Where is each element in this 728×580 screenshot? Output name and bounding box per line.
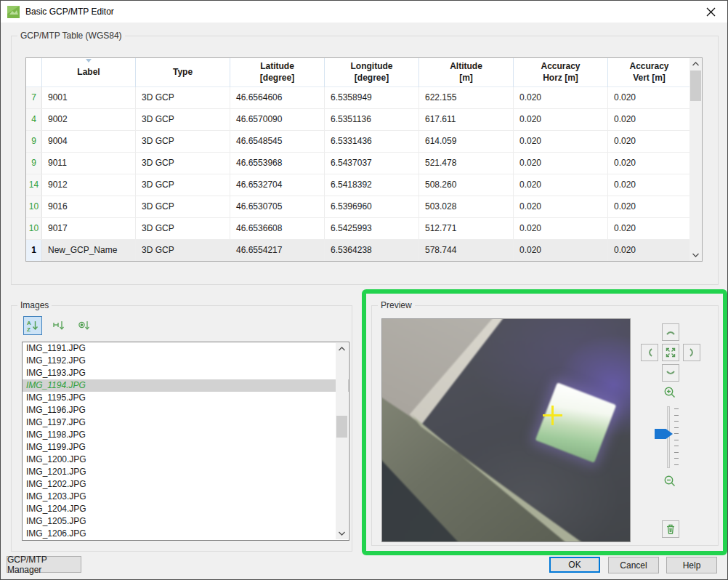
image-item-img-1205-jpg[interactable]: IMG_1205.JPG — [23, 515, 349, 528]
image-item-img-1204-jpg[interactable]: IMG_1204.JPG — [23, 503, 349, 515]
zoom-in-icon[interactable] — [663, 385, 677, 400]
image-item-img-1196-jpg[interactable]: IMG_1196.JPG — [23, 404, 349, 416]
gcp-row-9012[interactable]: 1490123D GCP46.65327046.5418392508.2600.… — [26, 174, 702, 196]
row-number[interactable]: 9 — [26, 131, 42, 152]
gcp-row-9011[interactable]: 990113D GCP46.65539686.5437037521.4780.0… — [26, 153, 702, 174]
cell-label[interactable]: 9012 — [42, 174, 136, 196]
cell-latitude[interactable]: 46.6548545 — [230, 131, 325, 152]
remove-mark-button[interactable] — [662, 520, 679, 538]
cell-longitude[interactable]: 6.5437037 — [325, 153, 419, 174]
cell-accuracy-horz[interactable]: 0.020 — [514, 196, 608, 217]
column-header-accuracy[interactable]: Accuracy Vert [m] — [608, 58, 691, 87]
image-item-img-1201-jpg[interactable]: IMG_1201.JPG — [23, 466, 349, 478]
image-item-img-1194-jpg[interactable]: IMG_1194.JPG — [23, 379, 349, 392]
cell-longitude[interactable]: 6.5418392 — [325, 174, 419, 196]
gcp-row-new-gcp-name[interactable]: 1New_GCP_Name3D GCP46.65542176.536423857… — [26, 240, 702, 262]
sort-by-marked-button[interactable] — [75, 316, 94, 335]
pan-down-button[interactable] — [662, 364, 679, 382]
cell-altitude[interactable]: 508.260 — [419, 174, 514, 196]
cell-accuracy-vert[interactable]: 0.020 — [608, 196, 691, 217]
cell-type[interactable]: 3D GCP — [136, 109, 230, 130]
column-header-type[interactable]: Type — [136, 58, 230, 87]
column-header-label[interactable]: Label — [42, 58, 136, 87]
cell-type[interactable]: 3D GCP — [136, 131, 230, 152]
row-number[interactable]: 14 — [26, 174, 42, 196]
column-header-accuracy[interactable]: Accuracy Horz [m] — [514, 58, 608, 87]
cell-latitude[interactable]: 46.6536608 — [230, 218, 325, 239]
zoom-slider-handle[interactable] — [655, 429, 673, 439]
cell-label[interactable]: 9016 — [42, 196, 136, 217]
cell-label[interactable]: 9011 — [42, 153, 136, 174]
column-header-latitude[interactable]: Latitude [degree] — [230, 58, 325, 87]
cell-latitude[interactable]: 46.6570090 — [230, 109, 325, 130]
cell-longitude[interactable]: 6.5358949 — [325, 87, 419, 108]
cell-latitude[interactable]: 46.6530705 — [230, 196, 325, 217]
table-scrollbar-thumb[interactable] — [690, 71, 701, 101]
row-number[interactable]: 1 — [26, 240, 42, 261]
cell-accuracy-horz[interactable]: 0.020 — [514, 218, 608, 239]
cell-latitude[interactable]: 46.6564606 — [230, 87, 325, 108]
cell-label[interactable]: 9004 — [42, 131, 136, 152]
cell-accuracy-horz[interactable]: 0.020 — [514, 109, 608, 130]
row-number[interactable]: 7 — [26, 87, 42, 108]
center-view-button[interactable] — [662, 344, 679, 361]
cell-label[interactable]: 9002 — [42, 109, 136, 130]
image-item-img-1203-jpg[interactable]: IMG_1203.JPG — [23, 491, 349, 503]
row-number[interactable]: 9 — [26, 153, 42, 174]
image-item-img-1193-jpg[interactable]: IMG_1193.JPG — [23, 367, 349, 379]
cell-accuracy-horz[interactable]: 0.020 — [514, 174, 608, 196]
cancel-button[interactable]: Cancel — [608, 557, 659, 573]
cell-accuracy-vert[interactable]: 0.020 — [608, 153, 691, 174]
sort-by-distance-button[interactable] — [49, 316, 68, 335]
cell-longitude[interactable]: 6.5425993 — [325, 218, 419, 239]
image-item-img-1199-jpg[interactable]: IMG_1199.JPG — [23, 441, 349, 454]
image-item-img-1202-jpg[interactable]: IMG_1202.JPG — [23, 478, 349, 491]
image-item-img-1191-jpg[interactable]: IMG_1191.JPG — [23, 342, 349, 355]
cell-accuracy-vert[interactable]: 0.020 — [608, 87, 691, 108]
cell-type[interactable]: 3D GCP — [136, 174, 230, 196]
column-header-altitude[interactable]: Altitude [m] — [419, 58, 514, 87]
image-list-scrollbar[interactable] — [336, 343, 348, 539]
cell-altitude[interactable]: 622.155 — [419, 87, 514, 108]
cell-altitude[interactable]: 512.771 — [419, 218, 514, 239]
cell-accuracy-vert[interactable]: 0.020 — [608, 131, 691, 152]
image-item-img-1195-jpg[interactable]: IMG_1195.JPG — [23, 392, 349, 404]
cell-label[interactable]: 9001 — [42, 87, 136, 108]
gcp-row-9004[interactable]: 990043D GCP46.65485456.5331436614.0590.0… — [26, 131, 702, 153]
gcp-row-9016[interactable]: 1090163D GCP46.65307056.5396960503.0280.… — [26, 196, 702, 218]
cell-accuracy-vert[interactable]: 0.020 — [608, 174, 691, 196]
image-list-scrollbar-thumb[interactable] — [336, 416, 347, 438]
cell-type[interactable]: 3D GCP — [136, 196, 230, 217]
image-list-scroll-down-button[interactable] — [336, 528, 348, 539]
cell-accuracy-horz[interactable]: 0.020 — [514, 240, 608, 261]
cell-type[interactable]: 3D GCP — [136, 87, 230, 108]
row-number[interactable]: 10 — [26, 218, 42, 239]
cell-accuracy-vert[interactable]: 0.020 — [608, 218, 691, 239]
image-list-scroll-up-button[interactable] — [336, 343, 348, 355]
cell-longitude[interactable]: 6.5351136 — [325, 109, 419, 130]
zoom-out-icon[interactable] — [663, 474, 677, 488]
cell-accuracy-horz[interactable]: 0.020 — [514, 87, 608, 108]
cell-longitude[interactable]: 6.5331436 — [325, 131, 419, 152]
cell-label[interactable]: New_GCP_Name — [42, 240, 136, 261]
image-item-img-1206-jpg[interactable]: IMG_1206.JPG — [23, 528, 349, 540]
cell-accuracy-horz[interactable]: 0.020 — [514, 131, 608, 152]
pan-left-button[interactable] — [641, 344, 658, 361]
cell-accuracy-vert[interactable]: 0.020 — [608, 240, 691, 261]
pan-right-button[interactable] — [683, 344, 700, 361]
image-item-img-1200-jpg[interactable]: IMG_1200.JPG — [23, 454, 349, 466]
cell-type[interactable]: 3D GCP — [136, 153, 230, 174]
gcp-row-9002[interactable]: 490023D GCP46.65700906.5351136617.6110.0… — [26, 109, 702, 131]
ok-button[interactable]: OK — [549, 557, 600, 573]
cell-altitude[interactable]: 521.478 — [419, 153, 514, 174]
row-number[interactable]: 10 — [26, 196, 42, 217]
image-item-img-1197-jpg[interactable]: IMG_1197.JPG — [23, 416, 349, 429]
pan-up-button[interactable] — [662, 323, 679, 341]
gcp-row-9017[interactable]: 1090173D GCP46.65366086.5425993512.7710.… — [26, 218, 702, 240]
cell-label[interactable]: 9017 — [42, 218, 136, 239]
table-vertical-scrollbar[interactable] — [689, 58, 702, 261]
cell-altitude[interactable]: 617.611 — [419, 109, 514, 130]
cell-latitude[interactable]: 46.6532704 — [230, 174, 325, 196]
gcp-row-9001[interactable]: 790013D GCP46.65646066.5358949622.1550.0… — [26, 87, 702, 109]
gcp-mtp-manager-button[interactable]: GCP/MTP Manager — [7, 556, 81, 573]
